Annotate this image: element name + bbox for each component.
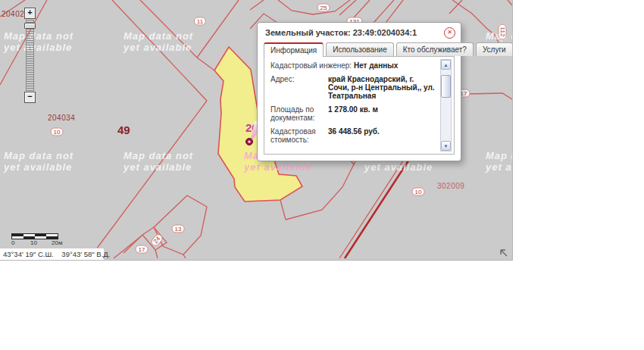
parcel-number-pill: 17 (136, 245, 148, 254)
boundary-line (280, 200, 286, 220)
boundary-line (278, 0, 350, 14)
field-cadastral-value: Кадастровая стоимость: 36 448.56 руб. (270, 127, 436, 144)
boundary-line (140, 0, 197, 58)
popup-scrollbar[interactable]: ▲ ▼ (440, 59, 452, 152)
field-value: край Краснодарский, г. Сочи, р-н Централ… (328, 75, 436, 100)
field-value: 36 448.56 руб. (328, 127, 380, 144)
parcel-number-pill: 112 (499, 24, 507, 40)
zoom-slider-handle[interactable] (24, 23, 36, 29)
field-label: Площадь по документам: (270, 105, 328, 122)
boundary-line (286, 164, 354, 220)
boundary-line (197, 0, 239, 58)
coordinates-readout: 43°34' 19" С.Ш. 39°43' 58" В.Д. (0, 248, 105, 261)
boundary-line (89, 101, 207, 258)
field-label: Кадастровый инженер: (270, 61, 352, 70)
close-icon[interactable]: ✕ (444, 27, 455, 39)
popup-title: Земельный участок: 23:49:0204034:1 (258, 23, 461, 40)
parcel-number-pill: 25 (317, 4, 330, 12)
field-cadastral-engineer: Кадастровый инженер: Нет данных (270, 61, 436, 70)
parcel-number-pill: 10 (51, 128, 64, 136)
zoom-in-button[interactable]: + (24, 8, 36, 19)
boundary-line (0, 0, 25, 17)
scale-bar-graphic (11, 233, 58, 239)
field-value: 1 278.00 кв. м (328, 105, 378, 122)
popup-content: Кадастровый инженер: Нет данных Адрес: к… (264, 56, 455, 155)
scale-label-0: 0 (11, 239, 14, 246)
parcel-number-pill: 10 (412, 188, 425, 196)
resize-nw-arrow-icon[interactable] (499, 248, 509, 258)
boundary-line (155, 250, 158, 258)
field-label: Кадастровая стоимость: (270, 127, 328, 144)
zoom-out-button[interactable]: − (24, 92, 36, 103)
scale-bar: 0 10 20м (11, 233, 72, 246)
field-value: Нет данных (354, 61, 398, 70)
field-address: Адрес: край Краснодарский, г. Сочи, р-н … (270, 75, 436, 100)
scale-bar-labels: 0 10 20м (11, 239, 72, 246)
tab-usage[interactable]: Использование (326, 42, 393, 56)
boundary-line (183, 255, 186, 258)
boundary-line (508, 0, 512, 5)
map-canvas[interactable]: Map data not yet availableMap data not y… (0, 0, 513, 261)
page: { "popup": { "title": "Земельный участок… (0, 0, 644, 350)
field-label: Адрес: (270, 75, 328, 100)
zoom-slider-track[interactable] (26, 20, 34, 91)
tab-who-services[interactable]: Кто обслуживает? (396, 42, 474, 56)
tab-information[interactable]: Информация (264, 42, 324, 57)
boundary-line (112, 0, 207, 101)
zoom-control: + − (24, 8, 35, 103)
popup-tabs: Информация Использование Кто обслуживает… (264, 42, 455, 56)
scrollbar-thumb[interactable] (441, 75, 451, 98)
boundary-line (374, 0, 394, 23)
boundary-line (250, 0, 264, 10)
field-documented-area: Площадь по документам: 1 278.00 кв. м (270, 105, 436, 122)
scale-label-20: 20м (52, 239, 62, 246)
scroll-down-icon[interactable]: ▼ (441, 141, 451, 151)
tab-services[interactable]: Услуги (476, 42, 513, 56)
boundary-line (0, 0, 47, 85)
parcel-info-popup: Земельный участок: 23:49:0204034:1 ✕ Инф… (257, 22, 461, 161)
scale-label-10: 10 (30, 239, 37, 246)
parcel-number-pill: 13 (172, 225, 185, 233)
boundary-line (197, 58, 214, 70)
parcel-number-pill: 11 (194, 17, 206, 26)
scroll-up-icon[interactable]: ▲ (441, 60, 451, 70)
